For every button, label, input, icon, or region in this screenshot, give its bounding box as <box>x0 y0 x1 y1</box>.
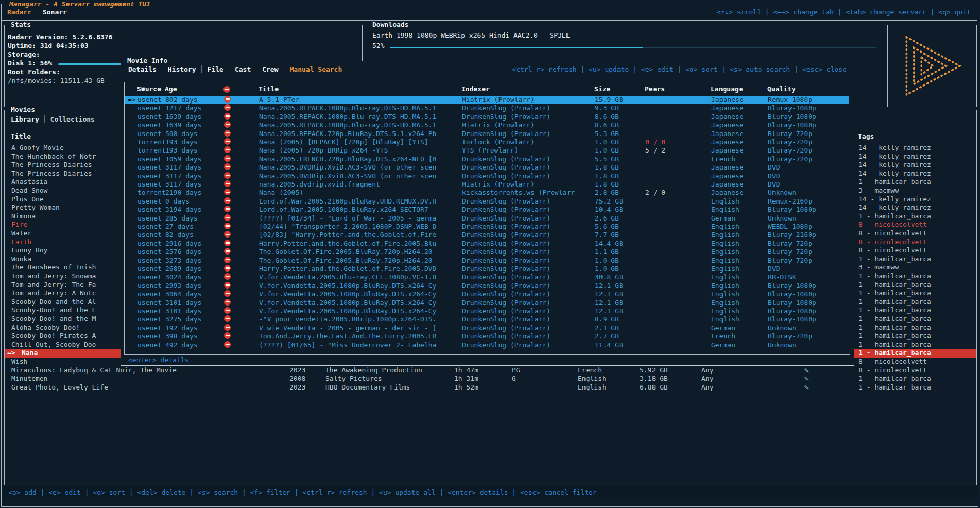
release-quality: Unknown <box>768 324 796 332</box>
release-quality: Bluray-1080p <box>768 104 816 112</box>
movie-tag: 8 - nicolecolvett <box>858 221 927 229</box>
release-quality: Remux-1080p <box>768 96 812 104</box>
release-size: 11.4 GB <box>595 341 623 349</box>
search-result-row[interactable]: torrent 2190 days Nana (2005) kickasstor… <box>125 189 849 197</box>
search-result-row[interactable]: usenet 2916 days Harry.Potter.and.the.Go… <box>125 240 849 248</box>
release-title: V.for.Vendetta.2005.1080p.BluRay.DTS.x26… <box>259 282 436 290</box>
release-quality: Unknown <box>768 214 796 223</box>
search-result-row[interactable]: usenet 3064 days V.for.Vendetta.2005.108… <box>125 290 849 298</box>
search-result-row[interactable]: usenet 2689 days Harry.Potter.and.the.Go… <box>125 265 849 273</box>
movie-list-row[interactable]: Miraculous: Ladybug & Cat Noir, The Movi… <box>5 366 976 375</box>
movie-studio: Salty Pictures <box>325 375 382 383</box>
release-age: 3024 days <box>165 273 201 281</box>
movie-list-row[interactable]: Minutemen 2008 Salty Pictures 1h 31m G E… <box>5 375 976 383</box>
search-result-row[interactable]: usenet 3273 days The.Goblet.Of.Fire.2005… <box>125 257 849 265</box>
search-result-row[interactable]: usenet 1639 days Nana.2005.REPACK.1080p.… <box>125 113 849 121</box>
release-quality: Bluray-720p <box>768 146 812 155</box>
release-peers: 5 / 2 <box>645 146 665 155</box>
search-result-row[interactable]: usenet 0 days Lord.of.War.2005.2160p.Blu… <box>125 197 849 206</box>
movie-info-tab-manual-search[interactable]: Manual Search <box>284 65 342 73</box>
release-source: usenet <box>137 231 162 239</box>
search-result-row[interactable]: usenet 192 days V wie Vendetta - 2005 - … <box>125 324 849 332</box>
release-language: Japanese <box>711 138 744 146</box>
search-result-row[interactable]: usenet 3117 days nana.2005.dvdrip.xvid.f… <box>125 180 849 189</box>
search-result-row[interactable]: usenet 492 days (????) [01/65] - "Miss U… <box>125 341 849 349</box>
search-result-row[interactable]: usenet 1217 days Nana.2005.REPACK.1080p.… <box>125 104 849 112</box>
release-size: 2.1 GB <box>595 324 619 332</box>
release-size: 1.1 GB <box>595 248 619 256</box>
search-result-row[interactable]: usenet 398 days Tom.And.Jerry.The.Fast.A… <box>125 332 849 341</box>
no-entry-icon <box>224 197 231 204</box>
release-language: Japanese <box>711 163 744 172</box>
release-quality: Unknown <box>768 189 796 197</box>
movies-tab-library[interactable]: Library <box>11 115 39 123</box>
movie-title: Minutemen <box>11 375 47 383</box>
search-result-row[interactable]: usenet 3101 days V.for.Vendetta.2005.108… <box>125 299 849 307</box>
movie-info-tab-history[interactable]: History <box>162 65 196 73</box>
release-indexer: kickasstorrents.ws (Prowlarr <box>462 189 575 197</box>
release-age: 2689 days <box>165 265 201 273</box>
search-result-row[interactable]: usenet 508 days Nana.2005.REPACK.720p.Bl… <box>125 130 849 138</box>
search-result-row[interactable]: usenet 3117 days Nana.2005.DVDRip.XviD.A… <box>125 163 849 172</box>
search-result-row[interactable]: usenet 2576 days The.Goblet.Of.Fire.2005… <box>125 248 849 256</box>
search-result-row[interactable]: usenet 27 days [02/44] "Transporter 2.20… <box>125 223 849 231</box>
release-title: V.for.Vendetta.2005.1080p.BluRay.DTS.x26… <box>259 299 436 307</box>
search-result-row[interactable]: usenet 3194 days Lord.of.War.2005.1080p.… <box>125 206 849 214</box>
movie-title: Pretty Woman <box>11 204 60 212</box>
search-result-row[interactable]: usenet 2993 days V.for.Vendetta.2005.108… <box>125 282 849 290</box>
movie-tag: 14 - kelly ramirez <box>858 153 931 161</box>
search-result-row[interactable]: torrent 193 days Nana (2005) 720p BRRip … <box>125 146 849 155</box>
release-title: Lord.of.War.2005.1080p.BluRay.x264-SECTO… <box>259 206 428 214</box>
movie-title: Tom and Jerry: A Nutc <box>11 289 96 298</box>
uptime-value: 31d 04:35:03 <box>40 42 89 49</box>
search-result-row[interactable]: usenet 1639 days Nana.2005.REPACK.1080p.… <box>125 121 849 129</box>
movie-info-tab-file[interactable]: File <box>201 65 223 73</box>
release-language: English <box>711 197 740 206</box>
release-language: German <box>711 214 735 223</box>
reject-column-icon <box>223 86 230 93</box>
release-quality: DVD <box>768 172 780 180</box>
servarr-tab-radarr[interactable]: Radarr <box>7 8 31 16</box>
movie-studio: HBO Documentary Films <box>325 383 410 392</box>
movie-tag: 14 - kelly ramirez <box>858 170 931 178</box>
servarr-tab-bar: RadarrSonarr <box>7 8 67 16</box>
search-result-row[interactable]: usenet 285 days (????) [01/34] - "Lord o… <box>125 214 849 223</box>
search-result-row[interactable]: usenet 3101 days V.for.Vendetta.2005.108… <box>125 307 849 315</box>
movie-info-tab-cast[interactable]: Cast <box>229 65 251 73</box>
release-age: 3273 days <box>165 257 201 265</box>
release-age: 492 days <box>165 341 198 349</box>
movie-info-modal: Movie Info DetailsHistoryFileCastCrewMan… <box>121 61 854 366</box>
movie-info-tab-details[interactable]: Details <box>128 65 157 73</box>
release-age: 3117 days <box>165 163 201 172</box>
release-quality: DVD <box>768 265 780 273</box>
release-title: Harry.Potter.and.the.Goblet.of.Fire.2005… <box>259 265 436 273</box>
movie-info-tab-crew[interactable]: Crew <box>256 65 278 73</box>
release-quality: Bluray-1080p <box>768 307 816 315</box>
search-result-row[interactable]: usenet 3117 days Nana.2005.DVDRip.XviD.A… <box>125 172 849 180</box>
no-entry-icon <box>224 273 231 280</box>
release-quality: Bluray-720p <box>768 332 812 341</box>
release-indexer: DrunkenSlug (Prowlarr) <box>462 113 551 121</box>
managarr-logo <box>900 34 964 98</box>
movie-title: Scooby-Doo! and the L <box>11 306 96 315</box>
release-source: usenet <box>137 130 162 138</box>
no-entry-icon <box>224 172 231 179</box>
search-result-row[interactable]: torrent 193 days Nana (2005) [REPACK] [7… <box>125 138 849 146</box>
movie-list-row[interactable]: Great Photo, Lovely Life 2023 HBO Docume… <box>5 383 976 392</box>
search-result-row[interactable]: => usenet 802 days A 5.1-PTer Miatrix (P… <box>125 96 849 104</box>
release-language: German <box>711 324 735 332</box>
release-indexer: Miatrix (Prowlarr) <box>462 121 535 129</box>
release-source: usenet <box>137 315 162 324</box>
search-result-row[interactable]: usenet 1059 days Nana.2005.FRENCH.720p.B… <box>125 155 849 163</box>
release-source: torrent <box>137 189 166 197</box>
search-result-row[interactable]: usenet 3024 days V.for.Vendetta.2005.Blu… <box>125 273 849 281</box>
movie-tag: 14 - kelly ramirez <box>858 204 931 212</box>
movies-tab-collections[interactable]: Collections <box>44 115 95 123</box>
servarr-tab-sonarr[interactable]: Sonarr <box>37 8 67 16</box>
movie-tag: 1 - hamilcar_barca <box>858 349 931 358</box>
search-result-row[interactable]: usenet 82 days [02/83] "Harry.Potter.and… <box>125 231 849 239</box>
release-source: usenet <box>137 121 162 129</box>
movie-title: Scooby-Doo! and the M <box>11 315 96 324</box>
movie-tag: 1 - hamilcar_barca <box>858 281 931 290</box>
search-result-row[interactable]: usenet 3275 days -"V pour vendetta.2005.… <box>125 315 849 324</box>
